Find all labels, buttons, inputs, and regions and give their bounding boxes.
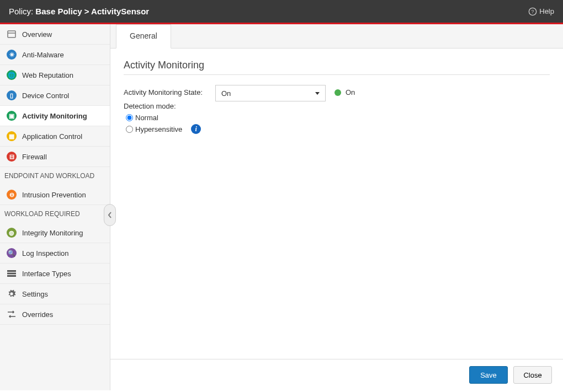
sidebar-item-label: Activity Monitoring [22, 112, 87, 120]
footer: Save Close [110, 359, 563, 390]
device-icon: ▯ [7, 90, 17, 100]
svg-rect-4 [7, 270, 16, 272]
tabs: General [110, 24, 563, 49]
sidebar-heading-workload: WORKLOAD REQUIRED [0, 205, 110, 223]
info-icon[interactable]: i [191, 124, 201, 134]
radio-hypersensitive-input[interactable] [126, 126, 133, 133]
section-rule [124, 74, 550, 75]
state-select-value: On [221, 89, 231, 98]
integrity-icon: ◍ [7, 228, 17, 238]
sidebar-item-intrusion[interactable]: ⊖ Intrusion Prevention [0, 185, 110, 205]
svg-rect-5 [7, 273, 16, 275]
chevron-left-icon [108, 212, 112, 218]
help-link[interactable]: ? Help [528, 7, 554, 16]
sidebar-item-webrep[interactable]: 🌐 Web Reputation [0, 65, 110, 85]
sidebar-item-settings[interactable]: Settings [0, 284, 110, 304]
section-title: Activity Monitoring [124, 60, 550, 71]
overrides-icon [7, 309, 17, 319]
sidebar-item-label: Log Inspection [22, 249, 69, 257]
sidebar-item-appcontrol[interactable]: ▦ Application Control [0, 126, 110, 147]
sidebar-item-label: Settings [22, 290, 48, 298]
sidebar-item-label: Overrides [22, 310, 53, 319]
tab-general[interactable]: General [116, 24, 171, 49]
interface-icon [7, 269, 17, 278]
sidebar-item-activity[interactable]: ▣ Activity Monitoring [0, 106, 110, 126]
sidebar-collapse-handle[interactable] [104, 204, 116, 226]
detection-label: Detection mode: [124, 102, 206, 110]
intrusion-icon: ⊖ [7, 190, 17, 200]
sidebar-item-integrity[interactable]: ◍ Integrity Monitoring [0, 223, 110, 243]
sidebar-item-overview[interactable]: Overview [0, 24, 110, 45]
sidebar-item-antimalware[interactable]: ✳ Anti-Malware [0, 45, 110, 65]
radio-hypersensitive[interactable]: Hypersensitive i [126, 124, 206, 134]
sidebar-item-device[interactable]: ▯ Device Control [0, 85, 110, 106]
state-label: Activity Monitoring State: [124, 88, 206, 96]
sidebar-item-interface[interactable]: Interface Types [0, 264, 110, 284]
firewall-icon: ⊟ [7, 152, 17, 162]
sidebar-item-log[interactable]: 🔍 Log Inspection [0, 243, 110, 264]
sidebar-item-label: Interface Types [22, 270, 71, 278]
chevron-down-icon [315, 92, 320, 95]
radio-hypersensitive-label: Hypersensitive [135, 125, 182, 133]
state-select[interactable]: On [215, 85, 326, 101]
sidebar-item-overrides[interactable]: Overrides [0, 304, 110, 325]
help-text: Help [539, 7, 554, 15]
status-indicator: On [334, 85, 355, 96]
radio-normal-label: Normal [135, 114, 158, 122]
status-text: On [346, 88, 355, 96]
sidebar-item-label: Intrusion Prevention [22, 191, 86, 199]
radio-normal[interactable]: Normal [126, 114, 206, 122]
antimalware-icon: ✳ [7, 50, 17, 60]
svg-text:?: ? [532, 9, 534, 14]
sidebar: Overview ✳ Anti-Malware 🌐 Web Reputation… [0, 24, 110, 390]
log-icon: 🔍 [7, 248, 17, 258]
sidebar-item-label: Anti-Malware [22, 51, 64, 59]
save-button[interactable]: Save [469, 366, 508, 384]
content: Activity Monitoring Activity Monitoring … [110, 49, 563, 359]
page-title: Policy: Base Policy > ActivitySensor [9, 7, 149, 16]
svg-rect-6 [7, 275, 16, 277]
sidebar-item-firewall[interactable]: ⊟ Firewall [0, 147, 110, 167]
status-dot-icon [334, 89, 341, 96]
appcontrol-icon: ▦ [7, 131, 17, 141]
breadcrumb: Base Policy > ActivitySensor [35, 7, 149, 16]
header-bar: Policy: Base Policy > ActivitySensor ? H… [0, 0, 563, 24]
sidebar-item-label: Overview [22, 30, 52, 39]
sidebar-heading-endpoint: ENDPOINT AND WORKLOAD [0, 167, 110, 185]
sidebar-item-label: Web Reputation [22, 71, 73, 79]
svg-rect-2 [8, 31, 15, 37]
overview-icon [7, 29, 17, 39]
radio-normal-input[interactable] [126, 114, 133, 121]
webrep-icon: 🌐 [7, 70, 17, 80]
sidebar-item-label: Application Control [22, 132, 82, 141]
help-icon: ? [528, 7, 537, 16]
policy-label: Policy: [9, 7, 33, 16]
sidebar-item-label: Device Control [22, 92, 69, 100]
sidebar-item-label: Integrity Monitoring [22, 229, 83, 237]
gear-icon [7, 289, 17, 299]
close-button[interactable]: Close [513, 366, 552, 384]
sidebar-item-label: Firewall [22, 153, 47, 161]
activity-icon: ▣ [7, 111, 17, 121]
